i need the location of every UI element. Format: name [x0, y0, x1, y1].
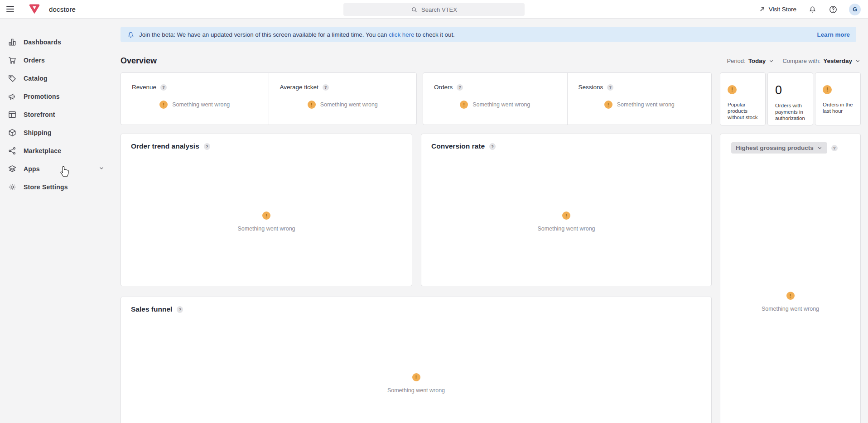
- search-placeholder: Search VTEX: [421, 6, 457, 13]
- megaphone-icon: [7, 92, 17, 101]
- beta-banner: Join the beta: We have an updated versio…: [121, 27, 856, 42]
- click-here-link[interactable]: click here: [389, 31, 414, 38]
- metric-orders: Orders ? ! Something went wrong: [423, 73, 567, 125]
- search-icon: [411, 6, 418, 13]
- main-content: Join the beta: We have an updated versio…: [113, 19, 868, 423]
- help-icon[interactable]: ?: [607, 84, 613, 91]
- sidebar-item-orders[interactable]: Orders: [0, 51, 113, 69]
- bell-icon: [127, 31, 135, 38]
- bar-chart-icon: [7, 38, 17, 47]
- help-icon[interactable]: ?: [457, 84, 463, 91]
- chevron-down-icon: [817, 145, 823, 151]
- warning-icon: !: [728, 85, 737, 94]
- warning-icon: !: [308, 101, 316, 109]
- kpi-orders-last-hour[interactable]: ! Orders in the last hour: [815, 72, 861, 125]
- gear-icon: [7, 183, 17, 192]
- sidebar-item-dashboards[interactable]: Dashboards: [0, 33, 113, 51]
- period-dropdown[interactable]: Period: Today: [727, 58, 774, 64]
- warning-icon: !: [412, 373, 420, 381]
- warning-icon: !: [786, 292, 795, 300]
- top-products-dropdown[interactable]: Highest grossing products: [731, 142, 827, 154]
- visit-store-button[interactable]: Visit Store: [759, 6, 796, 13]
- help-icon[interactable]: ?: [204, 143, 210, 150]
- sidebar-item-promotions[interactable]: Promotions: [0, 87, 113, 106]
- search-input[interactable]: Search VTEX: [343, 3, 525, 16]
- tag-icon: [7, 74, 17, 83]
- page-title: Overview: [121, 56, 157, 66]
- help-icon[interactable]: ?: [160, 84, 167, 91]
- panel-top-products: Highest grossing products ? ! Something …: [720, 134, 861, 423]
- topbar: docstore Search VTEX Visit Store: [0, 0, 868, 19]
- sidebar-item-apps[interactable]: Apps: [0, 160, 113, 178]
- user-avatar[interactable]: G: [849, 4, 861, 15]
- panel-order-trend: Order trend analysis ? ! Something went …: [121, 134, 412, 286]
- warning-icon: !: [262, 212, 270, 220]
- warning-icon: !: [159, 101, 168, 109]
- account-name: docstore: [49, 5, 76, 13]
- warning-icon: !: [460, 101, 468, 109]
- help-circle-icon[interactable]: [828, 5, 838, 14]
- metric-average-ticket: Average ticket ? ! Something went wrong: [269, 73, 417, 125]
- sidebar: Dashboards Orders Catalog Promotions: [0, 19, 113, 423]
- kpi-popular-products[interactable]: ! Popular products without stock: [720, 72, 766, 125]
- metric-revenue: Revenue ? ! Something went wrong: [121, 73, 269, 125]
- learn-more-link[interactable]: Learn more: [817, 31, 850, 38]
- kpi-payments-authorization[interactable]: 0 Orders with payments in authorization: [767, 72, 813, 125]
- chevron-down-icon: [855, 58, 861, 64]
- sidebar-item-catalog[interactable]: Catalog: [0, 69, 113, 87]
- chevron-down-icon: [98, 165, 105, 173]
- box-icon: [7, 128, 17, 138]
- warning-icon: !: [604, 101, 612, 109]
- banner-text: Join the beta: We have an updated versio…: [139, 31, 455, 38]
- share-icon: [7, 146, 17, 156]
- warning-icon: !: [823, 85, 832, 94]
- warning-icon: !: [562, 212, 570, 220]
- notifications-bell-icon[interactable]: [807, 5, 817, 14]
- arrow-up-right-icon: [759, 6, 766, 13]
- metric-sessions: Sessions ? ! Something went wrong: [567, 73, 712, 125]
- panel-sales-funnel: Sales funnel ? ! Something went wrong: [121, 297, 712, 423]
- help-icon[interactable]: ?: [831, 145, 838, 151]
- metric-card-orders-sessions: Orders ? ! Something went wrong Sessions…: [423, 72, 712, 125]
- cart-icon: [7, 56, 17, 65]
- kpi-row: ! Popular products without stock 0 Order…: [720, 72, 861, 125]
- storefront-icon: [7, 110, 17, 120]
- layers-icon: [7, 164, 17, 174]
- metric-card-revenue-ticket: Revenue ? ! Something went wrong Average…: [121, 72, 417, 125]
- sidebar-item-marketplace[interactable]: Marketplace: [0, 142, 113, 160]
- help-icon[interactable]: ?: [489, 143, 496, 150]
- compare-with-dropdown[interactable]: Compare with: Yesterday: [782, 58, 861, 64]
- panel-conversion-rate: Conversion rate ? ! Something went wrong: [421, 134, 712, 286]
- menu-icon[interactable]: [6, 4, 17, 14]
- sidebar-item-storefront[interactable]: Storefront: [0, 106, 113, 124]
- vtex-logo-icon[interactable]: [29, 4, 40, 14]
- sidebar-item-shipping[interactable]: Shipping: [0, 124, 113, 142]
- help-icon[interactable]: ?: [323, 84, 329, 91]
- sidebar-item-store-settings[interactable]: Store Settings: [0, 178, 113, 196]
- help-icon[interactable]: ?: [177, 306, 183, 313]
- chevron-down-icon: [768, 58, 774, 64]
